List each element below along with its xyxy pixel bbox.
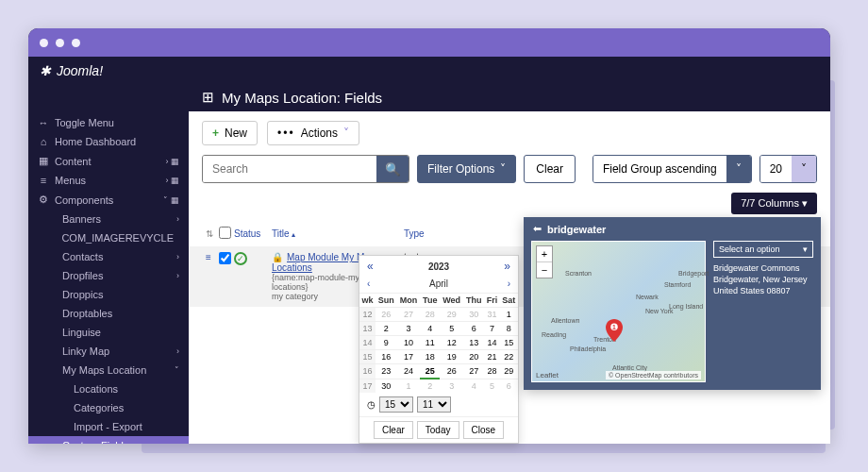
sidebar-item[interactable]: ↔Toggle Menu xyxy=(28,113,189,132)
new-button[interactable]: + New xyxy=(202,121,258,145)
sidebar-item[interactable]: ▦Content› ▦ xyxy=(28,151,189,171)
cal-day[interactable]: 26 xyxy=(376,308,397,322)
hour-select[interactable]: 15 xyxy=(379,396,413,413)
clear-button[interactable]: Clear xyxy=(524,155,576,183)
order-col-icon[interactable]: ⇅ xyxy=(202,228,215,239)
cal-clear-button[interactable]: Clear xyxy=(374,421,413,439)
cal-day[interactable]: 14 xyxy=(484,336,499,350)
cal-day[interactable]: 24 xyxy=(397,364,421,379)
map-city-label: Newark xyxy=(636,294,659,300)
brand-logo[interactable]: ✱ Joomla! xyxy=(40,63,103,78)
cal-close-button[interactable]: Close xyxy=(463,421,505,439)
sort-select[interactable]: Field Group ascending ˅ xyxy=(593,155,752,183)
cal-day[interactable]: 15 xyxy=(500,336,518,350)
prev-month-button[interactable]: ‹ xyxy=(367,278,370,289)
sidebar-item[interactable]: Banners› xyxy=(28,210,189,228)
cal-day[interactable]: 21 xyxy=(484,350,499,364)
cal-day[interactable]: 28 xyxy=(420,308,440,322)
sidebar-item[interactable]: Dropfiles› xyxy=(28,266,189,285)
sidebar-item[interactable]: Contacts› xyxy=(28,247,189,266)
cal-day[interactable]: 11 xyxy=(420,336,440,350)
sidebar-item[interactable]: ⚙Components˅ ▦ xyxy=(28,190,189,210)
sidebar-item[interactable]: Custom Fields xyxy=(28,436,189,444)
columns-label: 7/7 Columns xyxy=(741,197,799,209)
cal-day[interactable]: 29 xyxy=(500,364,518,379)
minute-select[interactable]: 11 xyxy=(417,396,451,413)
filter-options-button[interactable]: Filter Options ˅ xyxy=(417,155,516,183)
cal-day[interactable]: 10 xyxy=(397,336,421,350)
chevron-down-icon[interactable]: ˅ xyxy=(726,156,751,182)
cal-day[interactable]: 16 xyxy=(376,350,397,364)
th-status[interactable]: Status xyxy=(230,228,268,239)
window-dot[interactable] xyxy=(72,39,80,47)
cal-day[interactable]: 7 xyxy=(484,322,499,336)
cal-day[interactable]: 30 xyxy=(376,379,397,393)
cal-today-button[interactable]: Today xyxy=(417,421,459,439)
cal-day[interactable]: 3 xyxy=(397,322,421,336)
th-type[interactable]: Type xyxy=(400,228,494,239)
cal-day[interactable]: 23 xyxy=(376,364,397,379)
cal-day[interactable]: 2 xyxy=(376,322,397,336)
zoom-in-button[interactable]: + xyxy=(537,246,552,262)
actions-button[interactable]: ••• Actions ˅ xyxy=(267,121,359,145)
cal-day[interactable]: 5 xyxy=(484,379,499,393)
sidebar-item[interactable]: Import - Export xyxy=(28,417,189,436)
cal-day[interactable]: 12 xyxy=(440,336,463,350)
search-button[interactable]: 🔍 xyxy=(376,156,409,182)
zoom-out-button[interactable]: − xyxy=(537,262,552,278)
map-marker-icon[interactable]: 1 xyxy=(606,319,623,342)
cal-day[interactable]: 8 xyxy=(500,322,518,336)
back-arrow-icon[interactable]: ⬅ xyxy=(533,223,542,235)
next-month-button[interactable]: › xyxy=(508,278,510,289)
columns-button[interactable]: 7/7 Columns ▾ xyxy=(731,193,817,214)
status-published-icon[interactable]: ✓ xyxy=(234,252,247,265)
sidebar-item[interactable]: COM_IMAGEREVYCLE xyxy=(28,228,189,247)
sidebar-item[interactable]: Droptables xyxy=(28,304,189,323)
cal-day[interactable]: 17 xyxy=(397,350,421,364)
cal-day[interactable]: 27 xyxy=(397,308,421,322)
cal-day[interactable]: 1 xyxy=(397,379,421,393)
window-dot[interactable] xyxy=(40,39,48,47)
cal-day[interactable]: 30 xyxy=(463,308,484,322)
sidebar-item[interactable]: Linguise xyxy=(28,323,189,342)
cal-day[interactable]: 20 xyxy=(463,350,484,364)
cal-day[interactable]: 2 xyxy=(420,379,440,393)
cal-day[interactable]: 22 xyxy=(500,350,518,364)
sidebar-item[interactable]: ≡Menus› ▦ xyxy=(28,171,189,190)
sidebar-item[interactable]: Categories xyxy=(28,398,189,417)
cal-day[interactable]: 13 xyxy=(463,336,484,350)
cal-day[interactable]: 4 xyxy=(420,322,440,336)
map-option-select[interactable]: Select an option ▾ xyxy=(713,241,813,258)
chevron-down-icon[interactable]: ˅ xyxy=(792,156,816,182)
cal-day[interactable]: 29 xyxy=(440,308,463,322)
cal-day[interactable]: 6 xyxy=(463,322,484,336)
search-input[interactable] xyxy=(203,156,376,182)
cal-day[interactable]: 19 xyxy=(440,350,463,364)
cal-day[interactable]: 18 xyxy=(420,350,440,364)
cal-day[interactable]: 27 xyxy=(463,364,484,379)
cal-day[interactable]: 6 xyxy=(500,379,518,393)
cal-day[interactable]: 28 xyxy=(484,364,499,379)
limit-select[interactable]: 20 ˅ xyxy=(760,155,817,183)
sidebar-item[interactable]: Droppics xyxy=(28,285,189,304)
cal-day[interactable]: 5 xyxy=(440,322,463,336)
cal-day[interactable]: 1 xyxy=(500,308,518,322)
map-canvas[interactable]: + − New York Philadelphia Newark Trenton… xyxy=(531,241,706,382)
cal-day[interactable]: 9 xyxy=(376,336,397,350)
cal-day[interactable]: 4 xyxy=(463,379,484,393)
cal-day[interactable]: 3 xyxy=(440,379,463,393)
sidebar-item[interactable]: Linky Map› xyxy=(28,342,189,361)
sidebar-item[interactable]: My Maps Location˅ xyxy=(28,361,189,379)
lock-icon[interactable]: 🔒 xyxy=(272,252,283,262)
prev-year-button[interactable]: « xyxy=(367,260,374,273)
th-title[interactable]: Title ▴ xyxy=(268,228,400,239)
cal-day[interactable]: 25 xyxy=(420,364,440,379)
cal-day[interactable]: 31 xyxy=(484,308,499,322)
sidebar-item[interactable]: Locations xyxy=(28,379,189,398)
check-all[interactable] xyxy=(215,227,230,241)
window-dot[interactable] xyxy=(56,39,64,47)
cal-day[interactable]: 26 xyxy=(440,364,463,379)
drag-handle-icon[interactable]: ≡ xyxy=(202,252,215,262)
next-year-button[interactable]: » xyxy=(504,260,510,273)
sidebar-item[interactable]: ⌂Home Dashboard xyxy=(28,132,189,151)
